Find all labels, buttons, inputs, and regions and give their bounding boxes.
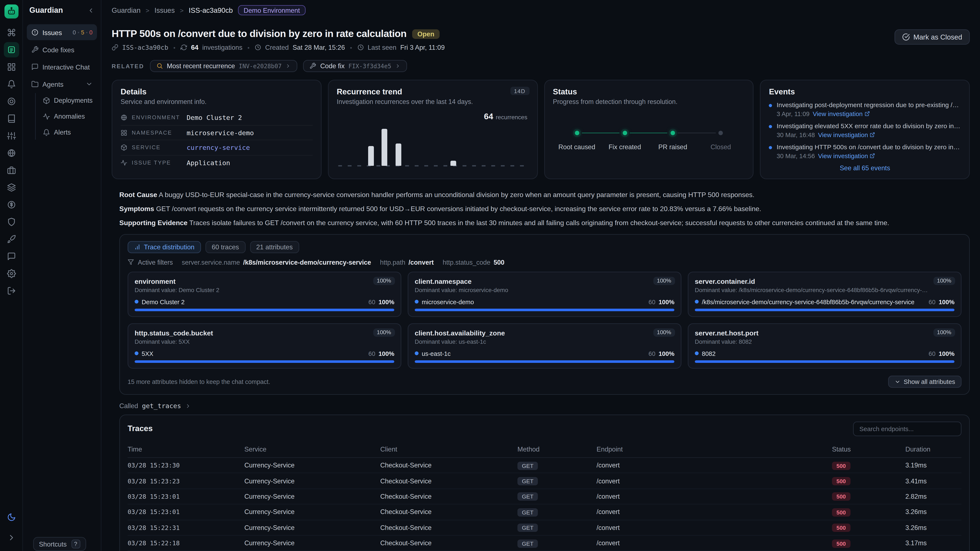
app-window: Guardian Issues 0 5 0 Code fixes Interac… — [0, 0, 980, 551]
sidebar-item-label: Issues — [43, 29, 62, 36]
attribute-card-server.container.id[interactable]: server.container.id100%Dominant value: /… — [688, 272, 961, 317]
detail-row-namespace: NAMESPACE microservice-demo — [121, 125, 312, 141]
related-chip-recurrence[interactable]: Most recent recurrence INV-e2028b07 — [150, 60, 298, 72]
icon-rail — [0, 0, 23, 551]
status-badge: 500 — [832, 508, 850, 516]
bell-icon[interactable] — [4, 76, 19, 92]
command-icon[interactable] — [4, 25, 19, 40]
filter-icon — [127, 259, 134, 265]
book-icon[interactable] — [4, 111, 19, 126]
sidebar-item-interactive-chat[interactable]: Interactive Chat — [27, 59, 97, 75]
layers-icon[interactable] — [4, 180, 19, 195]
attribute-card-environment[interactable]: environment100%Dominant value: Demo Clus… — [127, 272, 401, 317]
attribute-card-http.status_code.bucket[interactable]: http.status_code.bucket100%Dominant valu… — [127, 323, 401, 368]
recurrence-bar — [396, 143, 401, 166]
cell-client: Checkout-Service — [380, 508, 517, 516]
shortcuts-pill[interactable]: Shortcuts ? — [33, 537, 86, 551]
sidebar-item-alerts[interactable]: Alerts — [38, 125, 97, 140]
clock-icon — [255, 44, 261, 51]
table-row[interactable]: 03/28 15:23:23Currency-ServiceCheckout-S… — [127, 473, 961, 489]
expand-chevron-right-icon[interactable] — [4, 530, 19, 545]
attribute-card-client.namespace[interactable]: client.namespace100%Dominant value: micr… — [408, 272, 681, 317]
sliders-icon[interactable] — [4, 128, 19, 143]
shield-icon[interactable] — [4, 214, 19, 230]
called-function-row[interactable]: Called get_traces — [119, 402, 970, 410]
breadcrumb-separator: > — [180, 7, 184, 14]
col-endpoint: Endpoint — [597, 446, 832, 453]
step-dot — [622, 131, 627, 135]
step-dot — [671, 131, 675, 135]
grid-icon[interactable] — [4, 59, 19, 75]
settings-icon[interactable] — [4, 266, 19, 281]
sidebar-item-anomalies[interactable]: Anomalies — [38, 109, 97, 124]
sidebar-item-agents[interactable]: Agents — [27, 76, 97, 92]
attribute-value: Demo Cluster 2 — [142, 299, 365, 305]
breadcrumb-item-current[interactable]: ISS-ac3a90cb — [189, 6, 233, 14]
target-icon[interactable] — [4, 94, 19, 109]
cell-time: 03/28 15:23:01 — [127, 493, 244, 500]
issue-count-badges: 0 5 0 — [73, 29, 92, 35]
related-chip-code-fix[interactable]: Code fix FIX-3f3d34e5 — [303, 60, 407, 72]
view-investigation-link[interactable]: View investigation — [813, 110, 870, 117]
view-investigation-link[interactable]: View investigation — [818, 152, 875, 159]
status-step-closed: Closed — [697, 131, 745, 151]
sidebar-item-code-fixes[interactable]: Code fixes — [27, 41, 97, 57]
service-link[interactable]: currency-service — [187, 144, 250, 151]
value-count: 60 — [368, 350, 375, 357]
cell-status: 500 — [832, 524, 905, 531]
show-all-attributes-button[interactable]: Show all attributes — [888, 376, 961, 388]
breadcrumb-item[interactable]: Issues — [154, 6, 175, 14]
event-bullet — [769, 125, 772, 128]
search-input[interactable] — [853, 422, 961, 436]
external-link-icon — [870, 132, 875, 137]
chat-icon[interactable] — [4, 249, 19, 264]
event-date: 3 Apr, 11:09 — [777, 110, 810, 117]
briefcase-icon[interactable] — [4, 163, 19, 178]
sidebar-item-issues[interactable]: Issues 0 5 0 — [27, 24, 97, 40]
table-row[interactable]: 03/28 15:23:01Currency-ServiceCheckout-S… — [127, 489, 961, 505]
breadcrumb: Guardian > Issues > ISS-ac3a90cb Demo En… — [102, 0, 980, 21]
globe-icon[interactable] — [4, 145, 19, 161]
breadcrumb-item[interactable]: Guardian — [111, 6, 141, 14]
apps-icon[interactable] — [4, 42, 19, 57]
rocket-icon[interactable] — [4, 232, 19, 247]
filter-pair: server.service.name/k8s/microservice-dem… — [182, 259, 371, 266]
cell-endpoint: /convert — [597, 493, 832, 500]
tab-trace-distribution[interactable]: Trace distribution — [127, 241, 201, 253]
count-warn: 5 — [81, 29, 84, 35]
dominant-value: Dominant value: us-east-1c — [415, 339, 675, 345]
value-percent: 100% — [379, 299, 394, 305]
status-card: Status Progress from detection through r… — [544, 80, 754, 179]
mark-as-closed-button[interactable]: Mark as Closed — [894, 29, 970, 44]
wrench-icon — [310, 63, 317, 70]
sidebar-collapse-icon[interactable] — [88, 7, 94, 14]
value-dot — [135, 352, 138, 356]
app-logo-robot-icon[interactable] — [4, 5, 18, 19]
related-row: RELATED Most recent recurrence INV-e2028… — [111, 60, 970, 72]
value-percent: 100% — [659, 299, 675, 305]
detail-row-environment: ENVIRONMENT Demo Cluster 2 — [121, 110, 312, 125]
table-row[interactable]: 03/28 15:22:18Currency-ServiceCheckout-S… — [127, 536, 961, 551]
table-row[interactable]: 03/28 15:23:30Currency-ServiceCheckout-S… — [127, 458, 961, 473]
table-row[interactable]: 03/28 15:22:31Currency-ServiceCheckout-S… — [127, 520, 961, 536]
logout-icon[interactable] — [4, 283, 19, 299]
percent-badge: 100% — [373, 329, 395, 337]
see-all-events-link[interactable]: See all 65 events — [769, 165, 961, 171]
traces-count-badge[interactable]: 60 traces — [205, 241, 245, 253]
recurrence-bar — [368, 146, 374, 166]
attribute-card-client.host.availability_zone[interactable]: client.host.availability_zone100%Dominan… — [408, 323, 681, 368]
cell-status: 500 — [832, 462, 905, 469]
attributes-count-badge[interactable]: 21 attributes — [250, 241, 299, 253]
value-percent: 100% — [659, 350, 675, 357]
attribute-card-server.net.host.port[interactable]: server.net.host.port100%Dominant value: … — [688, 323, 961, 368]
cell-status: 500 — [832, 508, 905, 516]
table-row[interactable]: 03/28 15:23:01Currency-ServiceCheckout-S… — [127, 505, 961, 520]
col-method: Method — [517, 446, 597, 453]
theme-toggle-moon-icon[interactable] — [4, 510, 19, 525]
sidebar-item-deployments[interactable]: Deployments — [38, 93, 97, 108]
view-investigation-link[interactable]: View investigation — [818, 131, 875, 138]
folder-icon — [31, 80, 39, 87]
event-item: Investigating post-deployment regression… — [769, 102, 961, 117]
dollar-icon[interactable] — [4, 197, 19, 212]
value-count: 60 — [648, 299, 655, 305]
